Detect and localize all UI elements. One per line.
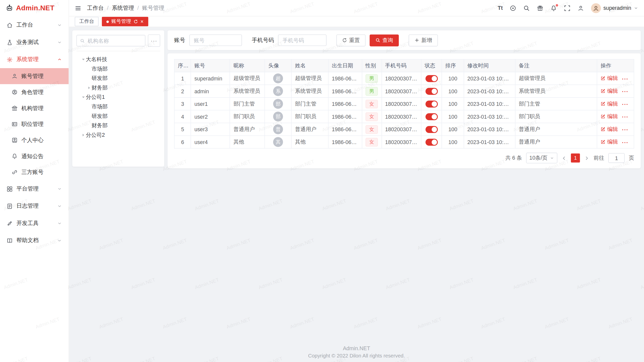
cell-status [421, 98, 442, 110]
tree-node[interactable]: 市场部 [76, 102, 160, 111]
sidebar-item-org-management[interactable]: 机构管理 [0, 100, 69, 116]
edit-button[interactable]: 编辑 [601, 75, 618, 82]
add-button[interactable]: 新增 [409, 34, 438, 46]
tab-refresh-icon[interactable] [134, 19, 138, 24]
cell-birth: 1986-06-28 [328, 85, 362, 98]
cell-nickname: 部门主管 [230, 98, 265, 110]
footer-copyright: Copyright © 2022 Dilon All rights reserv… [69, 353, 644, 359]
plus-icon [414, 38, 419, 43]
sidebar: Admin.NET 工作台 业务测试 [0, 0, 69, 362]
gift-icon[interactable] [537, 5, 543, 11]
sidebar-item-label: 工作台 [16, 21, 33, 29]
account-field[interactable] [189, 34, 242, 46]
sidebar-item-position-management[interactable]: 职位管理 [0, 116, 69, 132]
sidebar-item-account-management[interactable]: 账号管理 [0, 68, 69, 84]
sidebar-item-notice[interactable]: 通知公告 [0, 148, 69, 164]
goto-page-input[interactable] [608, 153, 625, 163]
tab-workbench[interactable]: 工作台 [75, 17, 99, 26]
row-more-button[interactable]: ··· [622, 76, 628, 82]
menu-collapse-icon[interactable] [75, 5, 81, 11]
query-bar: 账号 手机号码 重置 查询 新增 [168, 30, 641, 50]
sidebar-item-dev-tools[interactable]: 开发工具 [0, 215, 69, 232]
tree-node[interactable]: 市场部 [76, 64, 160, 74]
cell-account: user2 [191, 110, 230, 123]
page-size-select[interactable]: 10条/页 [526, 153, 557, 163]
account-input[interactable] [193, 37, 238, 44]
status-toggle[interactable] [425, 126, 438, 133]
sidebar-item-label: 系统管理 [16, 56, 38, 63]
org-search-input[interactable] [87, 37, 142, 44]
edit-button[interactable]: 编辑 [601, 87, 618, 95]
sidebar-item-workbench[interactable]: 工作台 [0, 16, 69, 34]
cell-actions: 编辑··· [597, 110, 634, 123]
breadcrumb-item[interactable]: 工作台 [87, 4, 104, 12]
tree-node[interactable]: 财务部 [76, 83, 160, 93]
status-toggle[interactable] [425, 100, 438, 107]
sidebar-item-business-test[interactable]: 业务测试 [0, 34, 69, 51]
cell-modified: 2023-01-03 10:59:44 [464, 123, 515, 136]
cell-gender: 女 [362, 136, 382, 149]
org-more-button[interactable]: ··· [148, 34, 160, 47]
next-page-button[interactable] [584, 155, 589, 161]
username: superadmin [603, 5, 631, 11]
tab-account-management[interactable]: 账号管理 × [102, 17, 148, 26]
tree-node[interactable]: 大名科技 [76, 55, 160, 64]
tree-node[interactable]: 研发部 [76, 111, 160, 121]
tab-close-icon[interactable]: × [140, 19, 143, 24]
edit-button[interactable]: 编辑 [601, 100, 618, 107]
cell-actions: 编辑··· [597, 85, 634, 98]
sidebar-item-role-management[interactable]: 角色管理 [0, 84, 69, 100]
status-toggle[interactable] [425, 88, 438, 95]
row-more-button[interactable]: ··· [622, 114, 628, 120]
tree-node-label: 分公司1 [86, 93, 105, 101]
breadcrumb-current: 账号管理 [142, 4, 164, 12]
caret-right-icon[interactable] [86, 85, 92, 89]
theme-icon[interactable] [510, 5, 516, 11]
phone-field[interactable] [278, 34, 327, 46]
reset-button[interactable]: 重置 [336, 34, 366, 46]
sidebar-item-log-management[interactable]: 日志管理 [0, 197, 69, 215]
caret-down-icon[interactable] [80, 95, 86, 99]
sidebar-item-system-management[interactable]: 系统管理 [0, 51, 69, 68]
row-more-button[interactable]: ··· [622, 140, 628, 146]
app-viewport: Admin.NET 工作台 业务测试 [0, 0, 644, 362]
fullscreen-icon[interactable] [564, 5, 571, 11]
sidebar-item-personal-center[interactable]: 个人中心 [0, 132, 69, 148]
prev-page-button[interactable] [561, 155, 567, 161]
user-menu[interactable]: superadmin [591, 3, 638, 13]
font-size-icon[interactable]: Tt [498, 5, 503, 11]
notification-bell-icon[interactable] [550, 5, 557, 11]
row-more-button[interactable]: ··· [622, 101, 628, 107]
cell-gender: 男 [362, 72, 382, 85]
sidebar-item-label: 平台管理 [16, 185, 38, 192]
page-number-current[interactable]: 1 [571, 154, 580, 163]
status-toggle[interactable] [425, 113, 438, 120]
tree-node[interactable]: 研发部 [76, 73, 160, 83]
tree-node-label: 市场部 [92, 65, 108, 72]
caret-down-icon[interactable] [80, 57, 86, 61]
row-more-button[interactable]: ··· [622, 89, 628, 95]
edit-button[interactable]: 编辑 [601, 126, 618, 133]
breadcrumb-item[interactable]: 系统管理 [112, 4, 134, 12]
org-search-field[interactable] [76, 35, 145, 47]
status-toggle[interactable] [425, 75, 438, 82]
caret-right-icon[interactable] [80, 133, 86, 137]
tree-node[interactable]: 分公司2 [76, 130, 160, 140]
edit-button[interactable]: 编辑 [601, 113, 618, 120]
sidebar-item-third-account[interactable]: 三方账号 [0, 164, 69, 180]
status-toggle[interactable] [425, 139, 438, 146]
search-icon[interactable] [523, 5, 530, 11]
row-more-button[interactable]: ··· [622, 127, 628, 133]
edit-icon [601, 89, 606, 94]
chevron-down-icon [57, 40, 62, 45]
profile-icon[interactable] [578, 5, 584, 11]
phone-input[interactable] [282, 37, 323, 44]
sidebar-item-help-docs[interactable]: 帮助文档 [0, 232, 69, 249]
sidebar-item-platform-management[interactable]: 平台管理 [0, 180, 69, 198]
search-button[interactable]: 查询 [370, 34, 399, 46]
tree-node[interactable]: 分公司1 [76, 92, 160, 102]
cell-status [421, 85, 442, 98]
col-header-modified: 修改时间 [464, 59, 515, 72]
tree-node[interactable]: 财务部 [76, 121, 160, 130]
edit-button[interactable]: 编辑 [601, 138, 618, 146]
